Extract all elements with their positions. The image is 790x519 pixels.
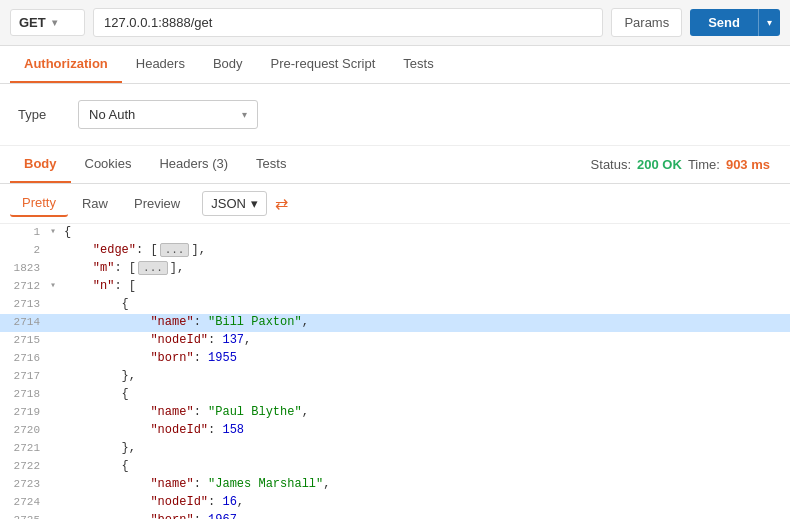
line-content: "edge": [...], <box>64 243 790 257</box>
code-line: 2721 }, <box>0 440 790 458</box>
line-number: 2717 <box>0 369 50 382</box>
line-content: "n": [ <box>64 279 790 293</box>
code-line: 1▾{ <box>0 224 790 242</box>
code-area[interactable]: 1▾{2 "edge": [...],1823 "m": [...],2712▾… <box>0 224 790 519</box>
fmt-tab-raw[interactable]: Raw <box>70 191 120 216</box>
code-line: 2715 "nodeId": 137, <box>0 332 790 350</box>
line-number: 2721 <box>0 441 50 454</box>
json-format-select[interactable]: JSON ▾ <box>202 191 267 216</box>
line-number: 2725 <box>0 513 50 519</box>
auth-type-select[interactable]: No Auth ▾ <box>78 100 258 129</box>
line-number: 1823 <box>0 261 50 274</box>
collapsed-badge[interactable]: ... <box>160 243 190 257</box>
line-content: "name": "James Marshall", <box>64 477 790 491</box>
method-select[interactable]: GET ▾ <box>10 9 85 36</box>
line-content: "m": [...], <box>64 261 790 275</box>
line-content: }, <box>64 369 790 383</box>
time-prefix: Time: <box>688 157 720 172</box>
line-content: "born": 1955 <box>64 351 790 365</box>
auth-section: Type No Auth ▾ <box>0 84 790 146</box>
line-content: "name": "Paul Blythe", <box>64 405 790 419</box>
response-tab-tests[interactable]: Tests <box>242 146 300 183</box>
line-number: 2718 <box>0 387 50 400</box>
method-chevron-icon: ▾ <box>52 17 57 28</box>
params-button[interactable]: Params <box>611 8 682 37</box>
status-prefix: Status: <box>591 157 631 172</box>
line-arrow-icon[interactable]: ▾ <box>50 225 64 237</box>
line-content: }, <box>64 441 790 455</box>
method-label: GET <box>19 15 46 30</box>
line-arrow-icon[interactable]: ▾ <box>50 279 64 291</box>
tab-authorization[interactable]: Authorization <box>10 46 122 83</box>
code-line: 2716 "born": 1955 <box>0 350 790 368</box>
code-line: 2724 "nodeId": 16, <box>0 494 790 512</box>
code-line: 2723 "name": "James Marshall", <box>0 476 790 494</box>
response-tab-headers[interactable]: Headers (3) <box>145 146 242 183</box>
line-content: { <box>64 387 790 401</box>
line-number: 2716 <box>0 351 50 364</box>
wrap-icon[interactable]: ⇄ <box>275 194 288 213</box>
json-format-chevron-icon: ▾ <box>251 196 258 211</box>
auth-type-chevron-icon: ▾ <box>242 109 247 120</box>
response-tab-bar: Body Cookies Headers (3) Tests Status: 2… <box>0 146 790 184</box>
fmt-tab-preview[interactable]: Preview <box>122 191 192 216</box>
fmt-tab-pretty[interactable]: Pretty <box>10 190 68 217</box>
line-number: 2724 <box>0 495 50 508</box>
code-line: 2 "edge": [...], <box>0 242 790 260</box>
collapsed-badge[interactable]: ... <box>138 261 168 275</box>
response-tab-cookies[interactable]: Cookies <box>71 146 146 183</box>
auth-type-value: No Auth <box>89 107 135 122</box>
line-content: { <box>64 297 790 311</box>
line-number: 2715 <box>0 333 50 346</box>
top-bar: GET ▾ Params Send ▾ <box>0 0 790 46</box>
line-number: 2714 <box>0 315 50 328</box>
response-meta: Status: 200 OK Time: 903 ms <box>591 157 780 172</box>
code-line: 2717 }, <box>0 368 790 386</box>
line-content: "name": "Bill Paxton", <box>64 315 790 329</box>
json-format-value: JSON <box>211 196 246 211</box>
line-content: "nodeId": 137, <box>64 333 790 347</box>
send-button[interactable]: Send <box>690 9 758 36</box>
send-chevron-button[interactable]: ▾ <box>758 9 780 36</box>
line-number: 2712 <box>0 279 50 292</box>
request-tab-bar: Authorization Headers Body Pre-request S… <box>0 46 790 84</box>
code-line: 2713 { <box>0 296 790 314</box>
code-line: 2722 { <box>0 458 790 476</box>
line-number: 2723 <box>0 477 50 490</box>
tab-headers[interactable]: Headers <box>122 46 199 83</box>
time-value: 903 ms <box>726 157 770 172</box>
line-content: "born": 1967 <box>64 513 790 519</box>
format-bar: Pretty Raw Preview JSON ▾ ⇄ <box>0 184 790 224</box>
line-number: 2713 <box>0 297 50 310</box>
line-number: 2 <box>0 243 50 256</box>
tab-pre-request-script[interactable]: Pre-request Script <box>257 46 390 83</box>
line-number: 2719 <box>0 405 50 418</box>
line-content: { <box>64 225 790 239</box>
code-line: 2714 "name": "Bill Paxton", <box>0 314 790 332</box>
url-input[interactable] <box>93 8 603 37</box>
line-number: 2720 <box>0 423 50 436</box>
line-number: 2722 <box>0 459 50 472</box>
line-content: "nodeId": 16, <box>64 495 790 509</box>
line-content: { <box>64 459 790 473</box>
code-line: 2725 "born": 1967 <box>0 512 790 519</box>
code-line: 2720 "nodeId": 158 <box>0 422 790 440</box>
code-line: 2712▾ "n": [ <box>0 278 790 296</box>
tab-body[interactable]: Body <box>199 46 257 83</box>
response-tab-body[interactable]: Body <box>10 146 71 183</box>
tab-tests[interactable]: Tests <box>389 46 447 83</box>
line-number: 1 <box>0 225 50 238</box>
code-line: 2719 "name": "Paul Blythe", <box>0 404 790 422</box>
code-line: 1823 "m": [...], <box>0 260 790 278</box>
code-line: 2718 { <box>0 386 790 404</box>
send-group: Send ▾ <box>690 9 780 36</box>
line-content: "nodeId": 158 <box>64 423 790 437</box>
status-value: 200 OK <box>637 157 682 172</box>
auth-type-label: Type <box>18 107 58 122</box>
